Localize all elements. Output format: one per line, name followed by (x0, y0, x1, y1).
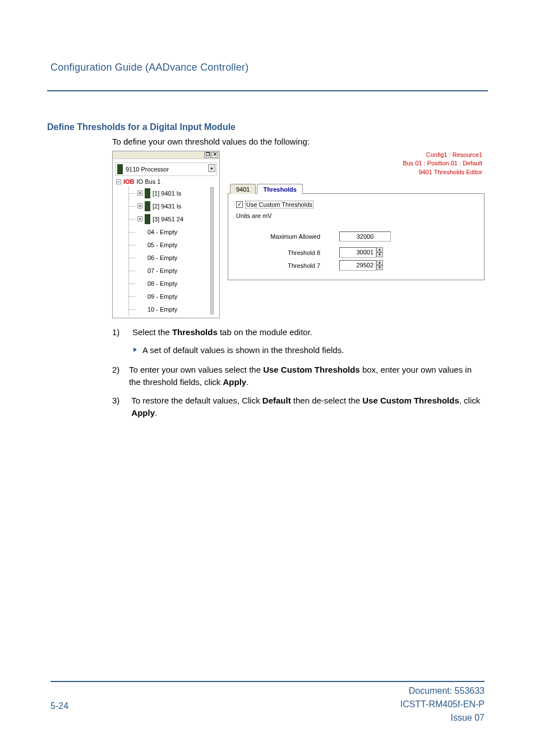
slot-label: [2] 9431 Is (153, 203, 181, 210)
slot-label: 08 - Empty (147, 280, 177, 287)
slot-label: 07 - Empty (147, 267, 177, 274)
processor-icon (117, 164, 123, 174)
list-item[interactable]: 08 - Empty (126, 277, 217, 290)
context-line: Bus 01 : Position 01 : Default (228, 159, 482, 168)
close-icon[interactable]: ✕ (211, 152, 218, 158)
restore-icon[interactable]: ❐ (204, 152, 211, 158)
use-custom-label: Use Custom Thresholds (246, 201, 313, 208)
tab-bar: 9401 Thresholds (228, 183, 485, 194)
text: . (246, 377, 248, 387)
text: , click (459, 396, 481, 405)
editor-context: Config1 : Resource1 Bus 01 : Position 01… (228, 151, 485, 177)
iob-prefix: IOB (123, 178, 135, 185)
scroll-up-icon[interactable]: ▲ (208, 164, 215, 172)
units-label: Units are mV (236, 212, 476, 219)
context-line: 9401 Thresholds Editor (228, 168, 482, 177)
step-3: 3) To restore the default values, Click … (112, 395, 485, 419)
doc-code: ICSTT-RM405f-EN-P (400, 698, 485, 711)
tab-9401[interactable]: 9401 (230, 184, 256, 194)
processor-label: 9110 Processor (126, 166, 169, 173)
editor-body: ✓ Use Custom Thresholds Units are mV Max… (228, 194, 485, 280)
slot-label: 04 - Empty (147, 229, 177, 235)
text: To restore the default values, Click (131, 396, 262, 405)
doc-issue: Issue 07 (400, 711, 485, 725)
list-item[interactable]: +[1] 9401 Is (126, 187, 217, 200)
list-item[interactable]: 06 - Empty (126, 251, 217, 264)
tab-thresholds[interactable]: Thresholds (257, 184, 302, 194)
collapse-icon[interactable]: − (116, 179, 121, 184)
list-item[interactable]: 05 - Empty (126, 238, 217, 251)
intro-text: To define your own threshold values do t… (112, 137, 485, 146)
text: tab on the module editor. (218, 327, 312, 337)
navigator-tree-panel: ❐ ✕ 9110 Processor ▲ − IOB IO Bus 1 (112, 151, 220, 318)
slot-label: 06 - Empty (147, 254, 177, 261)
step-number: 1) (112, 326, 127, 338)
text: A set of default values is shown in the … (142, 345, 344, 355)
text: Select the (132, 327, 172, 337)
step-number: 2) (112, 364, 123, 388)
threshold8-label: Threshold 8 (259, 249, 320, 256)
page-number: 5-24 (50, 701, 68, 711)
use-custom-checkbox[interactable]: ✓ (236, 201, 243, 208)
text-bold: Apply (131, 408, 155, 418)
spin-up-icon[interactable]: ▲ (376, 247, 383, 252)
threshold7-input[interactable]: 29502 (339, 260, 376, 271)
threshold8-input[interactable]: 30001 (339, 247, 376, 258)
list-item[interactable]: +[2] 9431 Is (126, 200, 217, 212)
thresholds-editor-panel: Config1 : Resource1 Bus 01 : Position 01… (228, 151, 485, 318)
text: To enter your own values select the (129, 365, 263, 374)
bus-label: IO Bus 1 (137, 178, 161, 185)
slot-label: 05 - Empty (147, 242, 177, 248)
triangle-bullet-icon (133, 347, 137, 352)
expand-icon[interactable]: + (137, 191, 142, 196)
slot-label: [3] 9451 24 (153, 216, 183, 222)
list-item[interactable]: 04 - Empty (126, 225, 217, 238)
module-icon (145, 214, 150, 224)
max-allowed-value: 32000 (339, 231, 391, 242)
spin-down-icon[interactable]: ▼ (376, 252, 383, 257)
text: then de-select the (291, 396, 363, 405)
text-bold: Use Custom Thresholds (362, 396, 459, 405)
slot-label: 10 - Empty (147, 306, 177, 313)
slot-list: +[1] 9401 Is +[2] 9431 Is +[3] 9451 24 0… (126, 187, 217, 316)
text-bold: Use Custom Thresholds (263, 365, 360, 374)
screenshot-composite: ❐ ✕ 9110 Processor ▲ − IOB IO Bus 1 (112, 151, 485, 318)
list-item[interactable]: +[3] 9451 24 (126, 212, 217, 225)
context-line: Config1 : Resource1 (228, 151, 482, 159)
footer-rule (50, 681, 485, 682)
list-item[interactable]: 10 - Empty (126, 303, 217, 316)
text: . (155, 408, 157, 418)
panel-titlebar: ❐ ✕ (113, 151, 219, 159)
header-rule (47, 90, 488, 91)
slot-label: [1] 9401 Is (153, 190, 181, 197)
processor-node[interactable]: 9110 Processor ▲ (115, 163, 217, 176)
max-allowed-label: Maximum Allowed (259, 233, 320, 240)
spin-up-icon[interactable]: ▲ (376, 260, 383, 265)
doc-number: Document: 553633 (400, 684, 485, 698)
list-item[interactable]: 07 - Empty (126, 264, 217, 277)
scrollbar[interactable] (210, 187, 214, 314)
list-item[interactable]: 09 - Empty (126, 290, 217, 303)
footer-doc-info: Document: 553633 ICSTT-RM405f-EN-P Issue… (400, 684, 485, 725)
slot-label: 09 - Empty (147, 293, 177, 300)
text-bold: Thresholds (172, 327, 218, 337)
text-bold: Apply (223, 377, 246, 387)
io-bus-node[interactable]: − IOB IO Bus 1 (116, 178, 217, 185)
expand-icon[interactable]: + (137, 203, 142, 208)
step-number: 3) (112, 395, 126, 419)
expand-icon[interactable]: + (137, 216, 142, 221)
module-icon (145, 201, 150, 211)
module-icon (145, 188, 150, 198)
page-header: Configuration Guide (AADvance Controller… (50, 62, 485, 73)
section-heading: Define Thresholds for a Digital Input Mo… (47, 122, 485, 132)
step-1: 1) Select the Thresholds tab on the modu… (112, 326, 485, 338)
instruction-steps: 1) Select the Thresholds tab on the modu… (112, 326, 485, 419)
threshold7-label: Threshold 7 (259, 262, 320, 269)
text-bold: Default (262, 396, 291, 405)
step-2: 2) To enter your own values select the U… (112, 364, 485, 388)
step-1-sub: A set of default values is shown in the … (133, 345, 485, 355)
spin-down-icon[interactable]: ▼ (376, 265, 383, 270)
